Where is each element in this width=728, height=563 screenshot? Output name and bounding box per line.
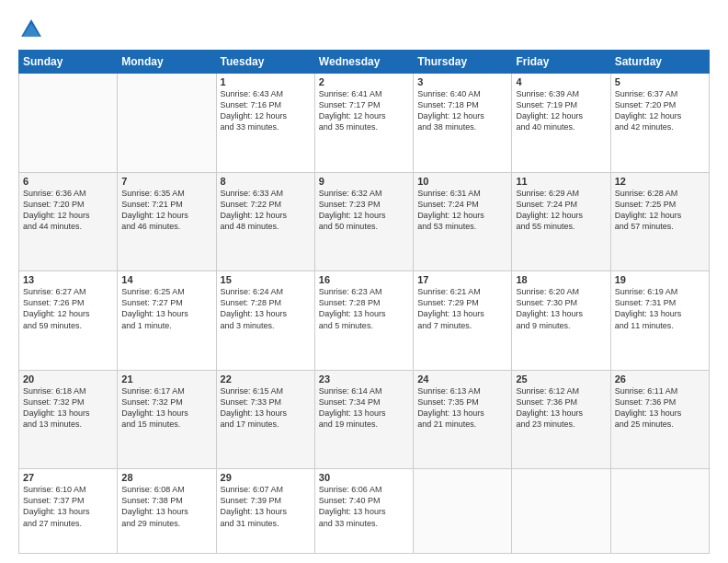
day-info: Sunrise: 6:43 AM Sunset: 7:16 PM Dayligh… — [221, 88, 311, 133]
calendar-cell: 19Sunrise: 6:19 AM Sunset: 7:31 PM Dayli… — [610, 271, 709, 371]
header — [18, 17, 710, 42]
day-info: Sunrise: 6:24 AM Sunset: 7:28 PM Dayligh… — [221, 286, 311, 331]
calendar-header-row: SundayMondayTuesdayWednesdayThursdayFrid… — [19, 51, 710, 74]
calendar-cell: 18Sunrise: 6:20 AM Sunset: 7:30 PM Dayli… — [512, 271, 610, 371]
calendar-cell: 22Sunrise: 6:15 AM Sunset: 7:33 PM Dayli… — [216, 370, 314, 469]
calendar-cell: 17Sunrise: 6:21 AM Sunset: 7:29 PM Dayli… — [414, 271, 512, 371]
calendar-cell: 21Sunrise: 6:17 AM Sunset: 7:32 PM Dayli… — [118, 370, 216, 469]
day-info: Sunrise: 6:29 AM Sunset: 7:24 PM Dayligh… — [516, 188, 606, 233]
day-number: 8 — [221, 176, 311, 187]
day-info: Sunrise: 6:41 AM Sunset: 7:17 PM Dayligh… — [319, 88, 409, 133]
calendar-cell — [610, 469, 709, 554]
page: SundayMondayTuesdayWednesdayThursdayFrid… — [0, 0, 728, 563]
calendar-cell: 26Sunrise: 6:11 AM Sunset: 7:36 PM Dayli… — [610, 370, 709, 469]
day-number: 21 — [121, 373, 211, 385]
day-info: Sunrise: 6:40 AM Sunset: 7:18 PM Dayligh… — [417, 88, 507, 133]
calendar-cell: 20Sunrise: 6:18 AM Sunset: 7:32 PM Dayli… — [19, 370, 118, 469]
calendar-cell: 29Sunrise: 6:07 AM Sunset: 7:39 PM Dayli… — [216, 469, 314, 554]
calendar-cell: 3Sunrise: 6:40 AM Sunset: 7:18 PM Daylig… — [414, 74, 512, 173]
day-number: 30 — [319, 472, 409, 483]
day-info: Sunrise: 6:17 AM Sunset: 7:32 PM Dayligh… — [121, 385, 211, 431]
calendar-week-3: 13Sunrise: 6:27 AM Sunset: 7:26 PM Dayli… — [19, 271, 710, 371]
calendar-cell — [19, 74, 118, 173]
day-info: Sunrise: 6:31 AM Sunset: 7:24 PM Dayligh… — [417, 188, 507, 233]
calendar-cell: 6Sunrise: 6:36 AM Sunset: 7:20 PM Daylig… — [19, 172, 118, 271]
calendar-cell: 28Sunrise: 6:08 AM Sunset: 7:38 PM Dayli… — [118, 469, 216, 554]
calendar-cell: 16Sunrise: 6:23 AM Sunset: 7:28 PM Dayli… — [314, 271, 413, 371]
calendar-cell: 4Sunrise: 6:39 AM Sunset: 7:19 PM Daylig… — [512, 74, 610, 173]
day-info: Sunrise: 6:14 AM Sunset: 7:34 PM Dayligh… — [319, 385, 409, 431]
calendar-cell — [118, 74, 216, 173]
calendar-cell: 10Sunrise: 6:31 AM Sunset: 7:24 PM Dayli… — [414, 172, 512, 271]
day-number: 2 — [319, 76, 409, 87]
day-number: 7 — [121, 176, 211, 187]
calendar-header-friday: Friday — [512, 51, 610, 74]
calendar-header-thursday: Thursday — [414, 51, 512, 74]
day-number: 1 — [221, 76, 311, 87]
calendar-cell: 2Sunrise: 6:41 AM Sunset: 7:17 PM Daylig… — [314, 74, 413, 173]
day-number: 11 — [516, 176, 606, 187]
day-info: Sunrise: 6:28 AM Sunset: 7:25 PM Dayligh… — [615, 188, 705, 233]
logo — [18, 17, 48, 42]
day-number: 29 — [221, 472, 311, 483]
day-info: Sunrise: 6:37 AM Sunset: 7:20 PM Dayligh… — [615, 88, 705, 133]
day-info: Sunrise: 6:39 AM Sunset: 7:19 PM Dayligh… — [516, 88, 606, 133]
day-info: Sunrise: 6:15 AM Sunset: 7:33 PM Dayligh… — [221, 385, 311, 431]
day-number: 26 — [615, 373, 705, 385]
calendar-week-2: 6Sunrise: 6:36 AM Sunset: 7:20 PM Daylig… — [19, 172, 710, 271]
day-info: Sunrise: 6:18 AM Sunset: 7:32 PM Dayligh… — [23, 385, 113, 431]
day-number: 22 — [221, 373, 311, 385]
day-info: Sunrise: 6:33 AM Sunset: 7:22 PM Dayligh… — [221, 188, 311, 233]
day-info: Sunrise: 6:35 AM Sunset: 7:21 PM Dayligh… — [121, 188, 211, 233]
calendar-cell: 27Sunrise: 6:10 AM Sunset: 7:37 PM Dayli… — [19, 469, 118, 554]
day-number: 16 — [319, 274, 409, 285]
calendar-week-5: 27Sunrise: 6:10 AM Sunset: 7:37 PM Dayli… — [19, 469, 710, 554]
calendar-header-saturday: Saturday — [610, 51, 709, 74]
day-number: 24 — [417, 373, 507, 385]
day-number: 5 — [615, 76, 705, 87]
day-number: 28 — [121, 472, 211, 483]
day-number: 13 — [23, 274, 113, 285]
calendar-cell: 1Sunrise: 6:43 AM Sunset: 7:16 PM Daylig… — [216, 74, 314, 173]
calendar-cell — [414, 469, 512, 554]
day-info: Sunrise: 6:10 AM Sunset: 7:37 PM Dayligh… — [23, 484, 113, 529]
day-info: Sunrise: 6:23 AM Sunset: 7:28 PM Dayligh… — [319, 286, 409, 331]
day-number: 23 — [319, 373, 409, 385]
day-number: 20 — [23, 373, 113, 385]
calendar-header-wednesday: Wednesday — [314, 51, 413, 74]
calendar-header-tuesday: Tuesday — [216, 51, 314, 74]
day-info: Sunrise: 6:20 AM Sunset: 7:30 PM Dayligh… — [516, 286, 606, 331]
day-number: 4 — [516, 76, 606, 87]
calendar-cell: 9Sunrise: 6:32 AM Sunset: 7:23 PM Daylig… — [314, 172, 413, 271]
calendar-header-monday: Monday — [118, 51, 216, 74]
calendar-cell: 5Sunrise: 6:37 AM Sunset: 7:20 PM Daylig… — [610, 74, 709, 173]
day-number: 14 — [121, 274, 211, 285]
calendar-cell: 13Sunrise: 6:27 AM Sunset: 7:26 PM Dayli… — [19, 271, 118, 371]
day-info: Sunrise: 6:36 AM Sunset: 7:20 PM Dayligh… — [23, 188, 113, 233]
day-number: 25 — [516, 373, 606, 385]
day-info: Sunrise: 6:06 AM Sunset: 7:40 PM Dayligh… — [319, 484, 409, 529]
calendar-cell: 8Sunrise: 6:33 AM Sunset: 7:22 PM Daylig… — [216, 172, 314, 271]
day-number: 3 — [417, 76, 507, 87]
day-info: Sunrise: 6:25 AM Sunset: 7:27 PM Dayligh… — [121, 286, 211, 331]
calendar-week-4: 20Sunrise: 6:18 AM Sunset: 7:32 PM Dayli… — [19, 370, 710, 469]
day-info: Sunrise: 6:12 AM Sunset: 7:36 PM Dayligh… — [516, 385, 606, 431]
calendar-cell: 7Sunrise: 6:35 AM Sunset: 7:21 PM Daylig… — [118, 172, 216, 271]
calendar-cell: 23Sunrise: 6:14 AM Sunset: 7:34 PM Dayli… — [314, 370, 413, 469]
day-number: 15 — [221, 274, 311, 285]
calendar-cell: 11Sunrise: 6:29 AM Sunset: 7:24 PM Dayli… — [512, 172, 610, 271]
calendar-cell: 24Sunrise: 6:13 AM Sunset: 7:35 PM Dayli… — [414, 370, 512, 469]
day-number: 10 — [417, 176, 507, 187]
day-number: 27 — [23, 472, 113, 483]
calendar-cell: 30Sunrise: 6:06 AM Sunset: 7:40 PM Dayli… — [314, 469, 413, 554]
day-info: Sunrise: 6:32 AM Sunset: 7:23 PM Dayligh… — [319, 188, 409, 233]
day-number: 9 — [319, 176, 409, 187]
calendar-table: SundayMondayTuesdayWednesdayThursdayFrid… — [18, 50, 710, 554]
calendar-cell: 12Sunrise: 6:28 AM Sunset: 7:25 PM Dayli… — [610, 172, 709, 271]
day-info: Sunrise: 6:11 AM Sunset: 7:36 PM Dayligh… — [615, 385, 705, 431]
day-info: Sunrise: 6:08 AM Sunset: 7:38 PM Dayligh… — [121, 484, 211, 529]
day-number: 19 — [615, 274, 705, 285]
day-number: 18 — [516, 274, 606, 285]
calendar-cell: 15Sunrise: 6:24 AM Sunset: 7:28 PM Dayli… — [216, 271, 314, 371]
day-number: 6 — [23, 176, 113, 187]
